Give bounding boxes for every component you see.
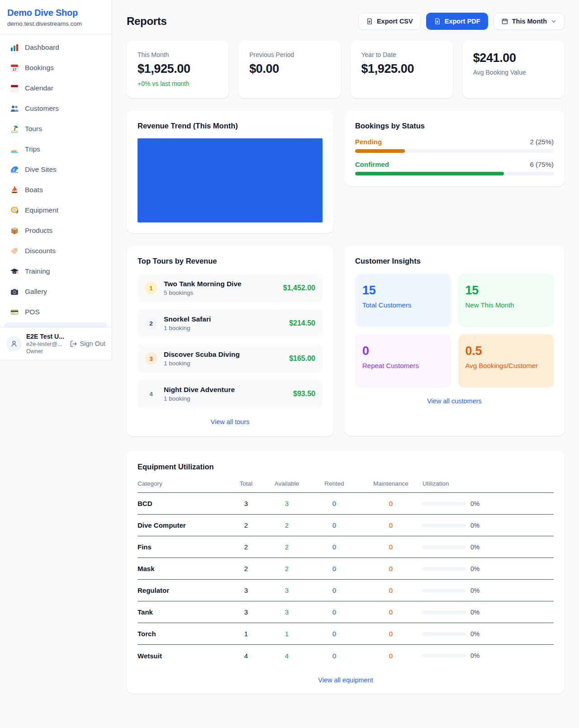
- sidebar-item-reports-active-partial[interactable]: [5, 322, 107, 327]
- equipment-maintenance: 0: [359, 565, 422, 572]
- column-header: Available: [264, 480, 309, 487]
- status-bar-track: [355, 149, 554, 153]
- camera-icon: [10, 287, 19, 296]
- insight-tile-new-this-month: 15 New This Month: [458, 274, 554, 327]
- sidebar-item-bookings[interactable]: 17 Bookings: [5, 59, 107, 76]
- status-bar-track: [355, 172, 554, 175]
- sidebar-item-discounts[interactable]: Discounts: [5, 242, 107, 260]
- period-dropdown[interactable]: This Month: [494, 13, 565, 30]
- sidebar-item-gallery[interactable]: Gallery: [5, 283, 107, 300]
- tour-name: Two Tank Morning Dive: [164, 280, 277, 288]
- status-bar-fill: [355, 172, 504, 175]
- tour-name: Night Dive Adventure: [164, 386, 287, 394]
- utilization-bar: [422, 610, 466, 614]
- calendar-icon: [10, 84, 19, 93]
- user-email: e2e-tester@...: [26, 341, 65, 347]
- equipment-utilization: 0%: [422, 587, 554, 594]
- sidebar-item-pos[interactable]: POS: [5, 303, 107, 321]
- stat-value: $0.00: [249, 62, 330, 76]
- sidebar-item-tours[interactable]: Tours: [5, 120, 107, 137]
- sidebar-item-label: Discounts: [25, 247, 56, 255]
- equipment-available: 3: [264, 608, 309, 616]
- status-label: Confirmed: [355, 161, 389, 168]
- main-content: Reports Export CSV Export PDF This Month…: [112, 0, 579, 712]
- view-all-customers-link[interactable]: View all customers: [355, 397, 554, 405]
- export-pdf-button[interactable]: Export PDF: [426, 13, 488, 30]
- graduation-cap-icon: [10, 267, 19, 276]
- calendar-icon: [501, 18, 508, 25]
- credit-card-icon: [10, 307, 19, 317]
- shop-name: Demo Dive Shop: [7, 8, 104, 18]
- customer-insights-title: Customer Insights: [355, 257, 554, 265]
- equipment-maintenance: 0: [359, 543, 422, 551]
- column-header: Category: [138, 480, 228, 487]
- insight-value: 15: [362, 284, 444, 298]
- view-all-equipment-link[interactable]: View all equipment: [138, 676, 554, 684]
- equipment-total: 1: [228, 630, 264, 638]
- row-revenue-status: Revenue Trend (This Month) Bookings by S…: [127, 111, 565, 233]
- equipment-utilization-title: Equipment Utilization: [138, 463, 554, 471]
- status-label: Pending: [355, 138, 382, 146]
- sign-out-icon: [70, 340, 77, 348]
- column-header: Total: [228, 480, 264, 487]
- tour-list-item: 4 Night Dive Adventure 1 booking $93.50: [138, 379, 323, 408]
- tour-revenue: $165.00: [289, 355, 315, 363]
- stat-label: This Month: [138, 51, 218, 58]
- export-csv-button[interactable]: Export CSV: [358, 13, 421, 30]
- equipment-utilization: 0%: [422, 609, 554, 616]
- person-icon: [10, 340, 18, 348]
- tour-bookings: 5 bookings: [164, 289, 277, 296]
- equipment-category: Fins: [138, 543, 228, 551]
- stat-card-previous-period: Previous Period $0.00: [238, 40, 341, 98]
- equipment-maintenance: 0: [359, 500, 422, 507]
- sidebar-item-customers[interactable]: Customers: [5, 100, 107, 117]
- speedboat-icon: [10, 145, 19, 154]
- stat-value: $1,925.00: [361, 62, 442, 76]
- sidebar-item-products[interactable]: Products: [5, 222, 107, 239]
- stats-row: This Month $1,925.00 +0% vs last month P…: [127, 40, 565, 98]
- equipment-utilization: 0%: [422, 544, 554, 551]
- sidebar-item-dive-sites[interactable]: Dive Sites: [5, 161, 107, 178]
- insight-tile-avg-bookings: 0.5 Avg Bookings/Customer: [458, 334, 554, 388]
- sidebar-item-label: Training: [25, 267, 50, 275]
- equipment-utilization-card: Equipment Utilization Category Total Ava…: [127, 451, 565, 694]
- insight-tile-repeat-customers: 0 Repeat Customers: [355, 334, 451, 388]
- sign-out-button[interactable]: Sign Out: [70, 340, 105, 348]
- column-header: Maintenance: [359, 480, 422, 487]
- sidebar-item-label: POS: [25, 308, 40, 316]
- equipment-total: 3: [228, 608, 264, 616]
- table-row: Mask 2 2 0 0 0%: [138, 558, 554, 580]
- sidebar-item-boats[interactable]: Boats: [5, 181, 107, 199]
- sidebar-item-equipment[interactable]: Equipment: [5, 202, 107, 219]
- sidebar-item-calendar[interactable]: Calendar: [5, 80, 107, 97]
- user-role: Owner: [26, 348, 65, 355]
- sidebar-item-label: Tours: [25, 125, 42, 133]
- view-all-tours-link[interactable]: View all tours: [138, 408, 323, 425]
- tour-list-item: 1 Two Tank Morning Dive 5 bookings $1,45…: [138, 274, 323, 303]
- stat-label: Previous Period: [249, 51, 330, 58]
- revenue-trend-title: Revenue Trend (This Month): [138, 122, 323, 130]
- top-tours-card: Top Tours by Revenue 1 Two Tank Morning …: [127, 246, 333, 436]
- status-count: 2 (25%): [530, 138, 554, 146]
- equipment-rented: 0: [309, 500, 359, 507]
- stat-card-year-to-date: Year to Date $1,925.00: [351, 40, 453, 98]
- insight-label: Avg Bookings/Customer: [465, 362, 547, 369]
- status-row-pending: Pending 2 (25%): [355, 138, 554, 153]
- equipment-utilization: 0%: [422, 630, 554, 638]
- sidebar-header: Demo Dive Shop demo.test.divestreams.com: [0, 0, 112, 34]
- page-title: Reports: [127, 15, 167, 28]
- status-count: 6 (75%): [530, 161, 554, 168]
- sidebar-item-training[interactable]: Training: [5, 263, 107, 280]
- equipment-rented: 0: [309, 608, 359, 616]
- bookings-by-status-title: Bookings by Status: [355, 122, 554, 130]
- svg-text:17: 17: [13, 67, 17, 71]
- sidebar-item-trips[interactable]: Trips: [5, 141, 107, 158]
- package-icon: [10, 226, 19, 235]
- utilization-bar: [422, 502, 466, 506]
- equipment-category: Wetsuit: [138, 652, 228, 660]
- equipment-category: Dive Computer: [138, 521, 228, 529]
- sidebar-nav: Dashboard 17 Bookings Calendar Customers: [0, 34, 112, 327]
- top-tours-title: Top Tours by Revenue: [138, 257, 323, 265]
- sidebar-item-dashboard[interactable]: Dashboard: [5, 39, 107, 56]
- tour-list-item: 2 Snorkel Safari 1 booking $214.50: [138, 309, 323, 338]
